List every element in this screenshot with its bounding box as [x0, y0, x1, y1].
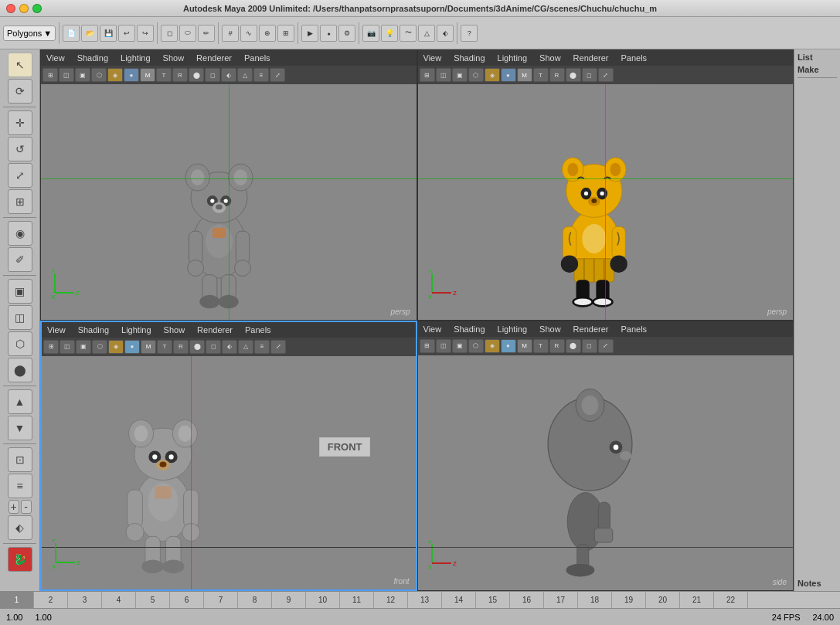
- vp-bl-tb-2[interactable]: ◫: [60, 340, 75, 354]
- tb-btn-lasso[interactable]: ⬭: [179, 25, 196, 42]
- vp-br-menu-lighting[interactable]: Lighting: [495, 324, 530, 334]
- vp-tl-tb-2[interactable]: ◫: [59, 68, 74, 82]
- vp-tl-tb-1[interactable]: ⊞: [43, 68, 58, 82]
- tb-btn-geo[interactable]: △: [418, 25, 435, 42]
- vp-bl-tb-8[interactable]: R: [173, 340, 189, 354]
- tool-move[interactable]: ✛: [8, 110, 32, 135]
- tb-btn-select[interactable]: ◻: [161, 25, 178, 42]
- tb-btn-curve[interactable]: 〜: [400, 25, 417, 42]
- tool-paint[interactable]: ✐: [8, 247, 32, 272]
- close-button[interactable]: [6, 4, 15, 13]
- tool-rotate[interactable]: ↺: [8, 137, 32, 161]
- tl-frame-10[interactable]: 10: [306, 592, 340, 608]
- vp-tl-tb-9[interactable]: ⬤: [189, 68, 204, 82]
- tool-select[interactable]: ↖: [8, 53, 32, 77]
- viewport-top-left[interactable]: View Shading Lighting Show Renderer Pane…: [40, 49, 417, 321]
- vp-tl-tb-5[interactable]: ◈: [107, 68, 123, 82]
- vp-bl-tb-mat[interactable]: M: [141, 340, 156, 354]
- vp-tr-tb-mat[interactable]: M: [517, 68, 532, 82]
- tb-btn-new[interactable]: 📄: [63, 25, 80, 42]
- tb-btn-camera[interactable]: 📷: [362, 25, 379, 42]
- tool-snap2[interactable]: ⬖: [8, 515, 32, 540]
- tl-frame-13[interactable]: 13: [408, 592, 442, 608]
- vp-br-tb-mat[interactable]: M: [517, 339, 532, 353]
- vp-tr-menu-renderer[interactable]: Renderer: [571, 53, 611, 63]
- tl-frame-11[interactable]: 11: [340, 592, 374, 608]
- vp-bl-tb-4[interactable]: ⬡: [92, 340, 107, 354]
- mode-dropdown[interactable]: Polygons ▼: [3, 25, 56, 41]
- tl-frame-8[interactable]: 8: [238, 592, 272, 608]
- vp-tr-menu-lighting[interactable]: Lighting: [495, 53, 530, 63]
- tl-frame-15[interactable]: 15: [476, 592, 510, 608]
- tb-btn-ipr[interactable]: ⬥: [320, 25, 337, 42]
- tool-soft-sel[interactable]: ◉: [8, 221, 32, 246]
- vp-br-menu-panels[interactable]: Panels: [618, 324, 649, 334]
- tool-plus[interactable]: +: [9, 500, 19, 514]
- tool-minus[interactable]: -: [21, 500, 32, 514]
- vp-tl-menu-renderer[interactable]: Renderer: [194, 53, 234, 63]
- tl-frame-9[interactable]: 9: [272, 592, 306, 608]
- tl-frame-6[interactable]: 6: [170, 592, 204, 608]
- vp-br-tb-2[interactable]: ◫: [436, 339, 451, 353]
- tl-frame-17[interactable]: 17: [544, 592, 578, 608]
- vp-br-tb-4[interactable]: ⬡: [468, 339, 484, 353]
- vp-tr-menu-panels[interactable]: Panels: [618, 53, 649, 63]
- tl-frame-4[interactable]: 4: [102, 592, 136, 608]
- vp-bl-tb-11[interactable]: ⬖: [222, 340, 237, 354]
- tl-frame-16[interactable]: 16: [510, 592, 544, 608]
- vp-tr-tb-6[interactable]: ●: [501, 68, 516, 82]
- vp-tr-menu-show[interactable]: Show: [537, 53, 563, 63]
- vp-tr-tb-2[interactable]: ◫: [436, 68, 451, 82]
- tl-frame-18[interactable]: 18: [578, 592, 612, 608]
- vp-bl-tb-12[interactable]: △: [238, 340, 253, 354]
- vp-br-tb-5[interactable]: ◈: [485, 339, 500, 353]
- tool-lasso[interactable]: ⟳: [8, 79, 32, 104]
- tool-display-1[interactable]: ▣: [8, 279, 32, 304]
- tl-frame-14[interactable]: 14: [442, 592, 476, 608]
- tb-btn-deform[interactable]: ⬖: [437, 25, 454, 42]
- vp-tl-tb-10[interactable]: ◻: [205, 68, 220, 82]
- tl-frame-1[interactable]: 1: [0, 592, 34, 608]
- tl-frame-20[interactable]: 20: [646, 592, 680, 608]
- vp-bl-tb-7[interactable]: T: [157, 340, 172, 354]
- tl-frame-7[interactable]: 7: [204, 592, 238, 608]
- vp-tl-menu-show[interactable]: Show: [161, 53, 187, 63]
- tb-btn-redo[interactable]: ↪: [137, 25, 154, 42]
- tool-extra[interactable]: ≡: [8, 474, 32, 498]
- vp-br-tb-10[interactable]: ◻: [582, 339, 597, 353]
- tool-red[interactable]: 🐉: [8, 547, 32, 572]
- vp-br-tb-6[interactable]: ●: [501, 339, 516, 353]
- vp-br-tb-9[interactable]: ⬤: [566, 339, 581, 353]
- vp-tl-tb-12[interactable]: △: [237, 68, 253, 82]
- vp-tr-tb-3[interactable]: ▣: [452, 68, 468, 82]
- tool-universal[interactable]: ⊞: [8, 189, 32, 214]
- tool-down[interactable]: ▼: [8, 416, 32, 440]
- vp-bl-tb-5[interactable]: ◈: [108, 340, 124, 354]
- tool-display-4[interactable]: ⬤: [8, 358, 32, 382]
- vp-tl-tb-4[interactable]: ⬡: [91, 68, 107, 82]
- vp-tl-menu-panels[interactable]: Panels: [242, 53, 273, 63]
- tb-btn-renderset[interactable]: ⚙: [338, 25, 355, 42]
- tb-btn-open[interactable]: 📂: [81, 25, 98, 42]
- vp-tr-tb-10[interactable]: ◻: [582, 68, 597, 82]
- tl-frame-3[interactable]: 3: [68, 592, 102, 608]
- vp-br-tb-expand[interactable]: ⤢: [598, 339, 614, 353]
- vp-tl-menu-shading[interactable]: Shading: [75, 53, 111, 63]
- tool-display-3[interactable]: ⬡: [8, 331, 32, 356]
- tb-btn-question[interactable]: ?: [461, 25, 478, 42]
- vp-tl-menu-view[interactable]: View: [44, 53, 67, 63]
- vp-tl-tb-3[interactable]: ▣: [75, 68, 90, 82]
- vp-tl-tb-11[interactable]: ⬖: [221, 68, 236, 82]
- vp-bl-menu-panels[interactable]: Panels: [243, 325, 274, 335]
- vp-bl-tb-expand[interactable]: ⤢: [270, 340, 286, 354]
- vp-bl-menu-lighting[interactable]: Lighting: [119, 325, 154, 335]
- vp-tr-tb-9[interactable]: ⬤: [566, 68, 581, 82]
- rp-list[interactable]: List: [797, 53, 837, 62]
- vp-bl-menu-show[interactable]: Show: [162, 325, 188, 335]
- vp-bl-tb-3[interactable]: ▣: [76, 340, 91, 354]
- vp-tr-tb-8[interactable]: R: [549, 68, 565, 82]
- vp-tr-tb-5[interactable]: ◈: [485, 68, 500, 82]
- vp-bl-tb-10[interactable]: ◻: [206, 340, 221, 354]
- vp-bl-tb-6[interactable]: ●: [124, 340, 140, 354]
- tl-frame-2[interactable]: 2: [34, 592, 68, 608]
